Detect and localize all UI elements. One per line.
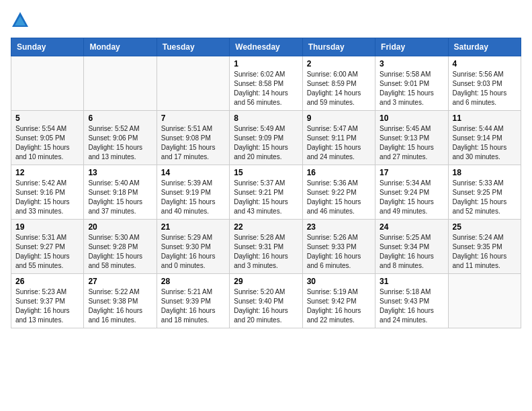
calendar-cell: 31Sunrise: 5:18 AM Sunset: 9:43 PM Dayli… — [375, 274, 448, 328]
day-info: Sunrise: 5:36 AM Sunset: 9:22 PM Dayligh… — [307, 179, 371, 216]
day-number: 3 — [380, 59, 443, 68]
day-number: 24 — [380, 222, 443, 232]
calendar-cell — [448, 274, 521, 328]
calendar-cell: 11Sunrise: 5:44 AM Sunset: 9:14 PM Dayli… — [448, 111, 521, 165]
calendar-cell: 6Sunrise: 5:52 AM Sunset: 9:06 PM Daylig… — [84, 111, 157, 165]
day-info: Sunrise: 5:33 AM Sunset: 9:25 PM Dayligh… — [453, 179, 517, 216]
weekday-header: Saturday — [448, 38, 521, 56]
day-number: 22 — [234, 222, 298, 232]
calendar-cell: 19Sunrise: 5:31 AM Sunset: 9:27 PM Dayli… — [11, 220, 84, 274]
calendar-week-row: 19Sunrise: 5:31 AM Sunset: 9:27 PM Dayli… — [11, 220, 521, 274]
day-info: Sunrise: 5:28 AM Sunset: 9:31 PM Dayligh… — [234, 233, 298, 271]
day-info: Sunrise: 5:25 AM Sunset: 9:34 PM Dayligh… — [380, 233, 443, 271]
day-number: 18 — [453, 168, 517, 177]
calendar-cell: 22Sunrise: 5:28 AM Sunset: 9:31 PM Dayli… — [230, 220, 302, 274]
day-info: Sunrise: 5:54 AM Sunset: 9:05 PM Dayligh… — [15, 124, 79, 162]
calendar-cell: 3Sunrise: 5:58 AM Sunset: 9:01 PM Daylig… — [375, 56, 448, 111]
day-info: Sunrise: 5:19 AM Sunset: 9:42 PM Dayligh… — [307, 287, 371, 325]
day-info: Sunrise: 5:58 AM Sunset: 9:01 PM Dayligh… — [380, 70, 443, 107]
calendar-cell: 5Sunrise: 5:54 AM Sunset: 9:05 PM Daylig… — [11, 111, 84, 165]
day-info: Sunrise: 6:00 AM Sunset: 8:59 PM Dayligh… — [307, 70, 371, 107]
day-number: 27 — [88, 277, 152, 286]
day-info: Sunrise: 5:21 AM Sunset: 9:39 PM Dayligh… — [161, 287, 225, 325]
day-number: 9 — [307, 113, 371, 123]
day-number: 17 — [380, 168, 443, 177]
day-number: 21 — [161, 222, 225, 232]
day-number: 16 — [307, 168, 371, 177]
day-number: 8 — [234, 113, 298, 123]
calendar-cell: 14Sunrise: 5:39 AM Sunset: 9:19 PM Dayli… — [157, 165, 229, 220]
day-number: 13 — [88, 168, 152, 177]
weekday-header: Sunday — [11, 38, 84, 56]
calendar-cell: 18Sunrise: 5:33 AM Sunset: 9:25 PM Dayli… — [448, 165, 521, 220]
page-header — [11, 11, 521, 30]
day-number: 2 — [307, 59, 371, 68]
day-info: Sunrise: 5:22 AM Sunset: 9:38 PM Dayligh… — [88, 287, 152, 325]
day-info: Sunrise: 5:39 AM Sunset: 9:19 PM Dayligh… — [161, 179, 225, 216]
day-number: 28 — [161, 277, 225, 286]
calendar-table: SundayMondayTuesdayWednesdayThursdayFrid… — [11, 38, 521, 328]
weekday-header-row: SundayMondayTuesdayWednesdayThursdayFrid… — [11, 38, 521, 56]
calendar-week-row: 5Sunrise: 5:54 AM Sunset: 9:05 PM Daylig… — [11, 111, 521, 165]
weekday-header: Friday — [375, 38, 448, 56]
day-number: 23 — [307, 222, 371, 232]
day-info: Sunrise: 5:23 AM Sunset: 9:37 PM Dayligh… — [15, 287, 79, 325]
day-info: Sunrise: 5:20 AM Sunset: 9:40 PM Dayligh… — [234, 287, 298, 325]
logo — [11, 11, 32, 30]
calendar-week-row: 1Sunrise: 6:02 AM Sunset: 8:58 PM Daylig… — [11, 56, 521, 111]
calendar-cell: 15Sunrise: 5:37 AM Sunset: 9:21 PM Dayli… — [230, 165, 302, 220]
calendar-cell: 4Sunrise: 5:56 AM Sunset: 9:03 PM Daylig… — [448, 56, 521, 111]
calendar-cell: 10Sunrise: 5:45 AM Sunset: 9:13 PM Dayli… — [375, 111, 448, 165]
day-number: 29 — [234, 277, 298, 286]
calendar-cell: 27Sunrise: 5:22 AM Sunset: 9:38 PM Dayli… — [84, 274, 157, 328]
day-info: Sunrise: 5:42 AM Sunset: 9:16 PM Dayligh… — [15, 179, 79, 216]
calendar-cell: 26Sunrise: 5:23 AM Sunset: 9:37 PM Dayli… — [11, 274, 84, 328]
day-number: 6 — [88, 113, 152, 123]
calendar-week-row: 12Sunrise: 5:42 AM Sunset: 9:16 PM Dayli… — [11, 165, 521, 220]
calendar-cell: 30Sunrise: 5:19 AM Sunset: 9:42 PM Dayli… — [302, 274, 375, 328]
calendar-cell: 25Sunrise: 5:24 AM Sunset: 9:35 PM Dayli… — [448, 220, 521, 274]
calendar-cell — [157, 56, 229, 111]
calendar-cell: 9Sunrise: 5:47 AM Sunset: 9:11 PM Daylig… — [302, 111, 375, 165]
calendar-cell: 23Sunrise: 5:26 AM Sunset: 9:33 PM Dayli… — [302, 220, 375, 274]
day-number: 7 — [161, 113, 225, 123]
day-info: Sunrise: 5:44 AM Sunset: 9:14 PM Dayligh… — [453, 124, 517, 162]
day-info: Sunrise: 5:47 AM Sunset: 9:11 PM Dayligh… — [307, 124, 371, 162]
calendar-cell: 8Sunrise: 5:49 AM Sunset: 9:09 PM Daylig… — [230, 111, 302, 165]
day-info: Sunrise: 5:45 AM Sunset: 9:13 PM Dayligh… — [380, 124, 443, 162]
day-info: Sunrise: 5:56 AM Sunset: 9:03 PM Dayligh… — [453, 70, 517, 107]
weekday-header: Tuesday — [157, 38, 229, 56]
day-number: 14 — [161, 168, 225, 177]
weekday-header: Thursday — [302, 38, 375, 56]
day-info: Sunrise: 5:52 AM Sunset: 9:06 PM Dayligh… — [88, 124, 152, 162]
day-number: 4 — [453, 59, 517, 68]
day-number: 19 — [15, 222, 79, 232]
calendar-week-row: 26Sunrise: 5:23 AM Sunset: 9:37 PM Dayli… — [11, 274, 521, 328]
day-number: 25 — [453, 222, 517, 232]
day-info: Sunrise: 5:24 AM Sunset: 9:35 PM Dayligh… — [453, 233, 517, 271]
day-info: Sunrise: 5:30 AM Sunset: 9:28 PM Dayligh… — [88, 233, 152, 271]
calendar-cell: 13Sunrise: 5:40 AM Sunset: 9:18 PM Dayli… — [84, 165, 157, 220]
day-info: Sunrise: 5:49 AM Sunset: 9:09 PM Dayligh… — [234, 124, 298, 162]
day-number: 5 — [15, 113, 79, 123]
calendar-cell: 1Sunrise: 6:02 AM Sunset: 8:58 PM Daylig… — [230, 56, 302, 111]
day-info: Sunrise: 6:02 AM Sunset: 8:58 PM Dayligh… — [234, 70, 298, 107]
calendar-cell: 2Sunrise: 6:00 AM Sunset: 8:59 PM Daylig… — [302, 56, 375, 111]
day-info: Sunrise: 5:34 AM Sunset: 9:24 PM Dayligh… — [380, 179, 443, 216]
day-number: 20 — [88, 222, 152, 232]
calendar-cell: 12Sunrise: 5:42 AM Sunset: 9:16 PM Dayli… — [11, 165, 84, 220]
calendar-cell: 28Sunrise: 5:21 AM Sunset: 9:39 PM Dayli… — [157, 274, 229, 328]
day-info: Sunrise: 5:40 AM Sunset: 9:18 PM Dayligh… — [88, 179, 152, 216]
day-info: Sunrise: 5:37 AM Sunset: 9:21 PM Dayligh… — [234, 179, 298, 216]
day-number: 11 — [453, 113, 517, 123]
day-number: 10 — [380, 113, 443, 123]
calendar-cell: 29Sunrise: 5:20 AM Sunset: 9:40 PM Dayli… — [230, 274, 302, 328]
logo-icon — [11, 11, 30, 30]
day-info: Sunrise: 5:26 AM Sunset: 9:33 PM Dayligh… — [307, 233, 371, 271]
calendar-cell: 16Sunrise: 5:36 AM Sunset: 9:22 PM Dayli… — [302, 165, 375, 220]
day-number: 1 — [234, 59, 298, 68]
day-number: 15 — [234, 168, 298, 177]
calendar-cell: 24Sunrise: 5:25 AM Sunset: 9:34 PM Dayli… — [375, 220, 448, 274]
day-info: Sunrise: 5:31 AM Sunset: 9:27 PM Dayligh… — [15, 233, 79, 271]
weekday-header: Monday — [84, 38, 157, 56]
